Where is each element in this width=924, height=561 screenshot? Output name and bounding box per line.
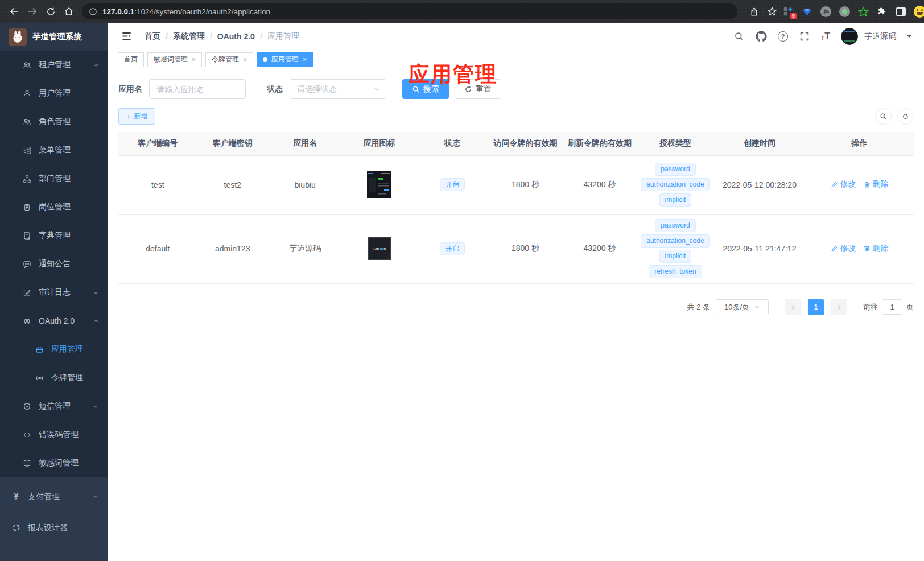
tree-list-icon — [23, 146, 31, 155]
applications-table: 客户端编号 客户端密钥 应用名 应用图标 状态 访问令牌的有效期 刷新令牌的有效… — [118, 132, 914, 284]
delete-button[interactable]: 删除 — [863, 244, 889, 254]
sidebar-item-label: 应用管理 — [51, 344, 83, 354]
sidebar-item-label: 通知公告 — [39, 259, 71, 269]
current-page-button[interactable]: 1 — [808, 299, 824, 315]
search-icon — [412, 85, 420, 93]
sidebar-item-errcode[interactable]: 错误码管理 — [0, 420, 108, 449]
sidebar-item-oauth-token[interactable]: 令牌管理 — [0, 364, 108, 392]
sidebar-item-audit-log[interactable]: 审计日志 — [0, 278, 108, 307]
user-menu-caret-icon[interactable] — [907, 35, 911, 40]
page-content: 应用名 状态 请选择状态 搜索 重置 — [108, 69, 924, 561]
address-bar[interactable]: 127.0.0.1:1024/system/oauth2/oauth2/appl… — [82, 3, 737, 19]
add-button[interactable]: + 新增 — [118, 108, 155, 125]
page-size-select[interactable]: 10条/页 — [716, 299, 769, 315]
goto-page-input[interactable] — [882, 299, 902, 315]
site-info-icon[interactable] — [89, 7, 97, 16]
back-icon[interactable] — [6, 3, 23, 20]
users-icon — [23, 61, 31, 69]
font-size-icon[interactable]: TT — [821, 31, 830, 42]
sidebar-item-tenant[interactable]: 租户管理 — [0, 51, 108, 79]
app-name-input[interactable] — [149, 79, 246, 99]
sidebar-item-dict[interactable]: 字典管理 — [0, 221, 108, 250]
chevron-down-icon — [754, 304, 760, 310]
sidebar-item-label: 错误码管理 — [39, 430, 79, 440]
sidebar-item-pay[interactable]: ¥ 支付管理 — [0, 481, 108, 512]
close-icon[interactable]: × — [192, 56, 196, 64]
breadcrumb-oauth[interactable]: OAuth 2.0 — [217, 32, 255, 41]
sidebar-item-user[interactable]: 用户管理 — [0, 79, 108, 108]
content-header: 首页 / 系统管理 / OAuth 2.0 / 应用管理 ? TT — [108, 23, 924, 50]
pen-icon — [831, 181, 838, 188]
breadcrumb-current: 应用管理 — [267, 31, 299, 42]
reload-icon[interactable] — [42, 3, 59, 20]
bookmark-star-icon[interactable] — [764, 3, 781, 20]
help-icon[interactable]: ? — [778, 31, 788, 42]
refresh-table-button[interactable] — [897, 108, 914, 125]
close-icon[interactable]: × — [243, 56, 247, 64]
sidebar-item-role[interactable]: 角色管理 — [0, 108, 108, 136]
avatar[interactable] — [841, 28, 858, 45]
reset-button[interactable]: 重置 — [455, 79, 501, 99]
cell-app-name: 芋道源码 — [268, 214, 342, 283]
briefcase-icon — [35, 345, 44, 354]
tab-bar: 首页 敏感词管理× 令牌管理× 应用管理× — [108, 50, 924, 69]
extension-gem-icon[interactable] — [801, 5, 813, 18]
delete-button[interactable]: 删除 — [863, 179, 889, 189]
github-icon[interactable] — [756, 31, 767, 42]
next-page-button[interactable] — [831, 299, 847, 315]
search-button[interactable]: 搜索 — [402, 79, 449, 99]
forward-icon[interactable] — [24, 3, 41, 20]
breadcrumb-system[interactable]: 系统管理 — [173, 31, 205, 42]
share-icon[interactable] — [745, 3, 762, 20]
extension-command-icon[interactable] — [819, 5, 832, 18]
toggle-search-button[interactable] — [875, 108, 892, 125]
cell-app-icon: GitHub — [342, 214, 416, 283]
open-book-icon — [23, 459, 31, 468]
sidebar-item-label: 岗位管理 — [39, 202, 71, 212]
status-badge[interactable]: 开启 — [440, 178, 465, 191]
tab-sensitive[interactable]: 敏感词管理× — [147, 52, 202, 67]
grant-type-tag: authorization_code — [641, 234, 710, 248]
sidebar-logo[interactable]: 芋道管理系统 — [0, 23, 108, 51]
sidebar-panel-icon[interactable] — [894, 5, 907, 18]
sidebar-item-sms[interactable]: 短信管理 — [0, 392, 108, 420]
sidebar-item-label: 敏感词管理 — [39, 458, 79, 468]
sidebar-item-post[interactable]: 岗位管理 — [0, 193, 108, 221]
edit-button[interactable]: 修改 — [831, 244, 856, 254]
tab-application[interactable]: 应用管理× — [257, 52, 313, 67]
status-badge[interactable]: 开启 — [440, 242, 465, 255]
breadcrumb-home[interactable]: 首页 — [145, 31, 160, 42]
edit-button[interactable]: 修改 — [831, 179, 856, 189]
chevron-down-icon — [93, 290, 99, 296]
sidebar-item-label: 审计日志 — [39, 287, 71, 298]
app-icon-thumbnail — [367, 171, 391, 198]
prev-page-button[interactable] — [785, 299, 801, 315]
cell-status: 开启 — [416, 155, 488, 214]
trash-icon — [863, 245, 871, 252]
sidebar-item-report-designer[interactable]: 报表设计器 — [0, 512, 108, 543]
profile-emoji-icon[interactable] — [913, 5, 924, 18]
refresh-icon — [464, 85, 472, 93]
extension-blocks-icon[interactable]: 9 — [782, 5, 794, 18]
extension-record-icon[interactable] — [838, 5, 851, 18]
grant-type-tag: refresh_token — [649, 265, 702, 278]
sidebar-item-dept[interactable]: 部门管理 — [0, 164, 108, 193]
home-icon[interactable] — [60, 3, 77, 20]
extension-star-icon[interactable] — [857, 5, 869, 18]
close-icon[interactable]: × — [303, 56, 307, 64]
grant-type-tag: implicit — [659, 193, 692, 207]
sidebar-item-sensitive[interactable]: 敏感词管理 — [0, 449, 108, 477]
search-icon[interactable] — [733, 31, 745, 42]
sidebar-item-menu[interactable]: 菜单管理 — [0, 136, 108, 164]
col-client-id: 客户端编号 — [118, 132, 197, 155]
sidebar-item-oauth[interactable]: OAuth 2.0 — [0, 307, 108, 335]
sidebar-fold-icon[interactable] — [121, 31, 132, 42]
status-select[interactable]: 请选择状态 — [290, 79, 386, 99]
sidebar-item-oauth-app[interactable]: 应用管理 — [0, 335, 108, 364]
tab-token[interactable]: 令牌管理× — [205, 52, 253, 67]
sidebar-item-notice[interactable]: 通知公告 — [0, 250, 108, 278]
extensions-puzzle-icon[interactable] — [876, 5, 888, 18]
tab-home[interactable]: 首页 — [118, 52, 144, 67]
fullscreen-icon[interactable] — [799, 31, 810, 42]
segmented-circle-icon — [12, 523, 20, 532]
